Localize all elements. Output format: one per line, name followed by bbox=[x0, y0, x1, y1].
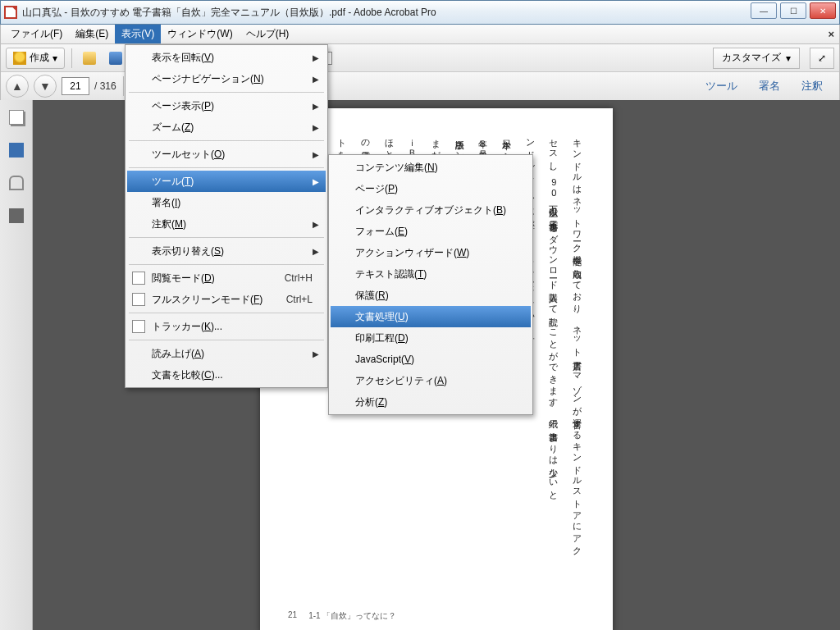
page-footer: 21 1-1 「自炊」ってなに？ bbox=[288, 610, 396, 622]
panel-comment[interactable]: 注釈 bbox=[797, 75, 828, 97]
bookmarks-icon[interactable] bbox=[9, 143, 24, 158]
close-button[interactable]: ✕ bbox=[810, 2, 836, 19]
menu-item[interactable]: ページ表示(P)▶ bbox=[127, 95, 326, 116]
full-icon bbox=[132, 293, 145, 306]
menu-item-label: 読み上げ(A) bbox=[152, 347, 204, 361]
menu-item[interactable]: 表示を回転(V)▶ bbox=[127, 47, 326, 68]
menu-item[interactable]: 読み上げ(A)▶ bbox=[127, 343, 326, 364]
menu-item-label: 表示切り替え(S) bbox=[152, 244, 224, 258]
menu-item[interactable]: トラッカー(K)... bbox=[127, 316, 326, 337]
text-column: セスし、90万点以上の電子書籍をダウンロード購入して読むことができます。紙の書籍… bbox=[546, 133, 562, 592]
tools-submenu-dropdown: コンテンツ編集(N)ページ(P)インタラクティブオブジェクト(B)フォーム(E)… bbox=[328, 154, 533, 415]
submenu-item-label: 文書処理(U) bbox=[355, 310, 409, 324]
panel-sign[interactable]: 署名 bbox=[754, 75, 785, 97]
create-icon bbox=[13, 52, 26, 65]
submenu-item[interactable]: コンテンツ編集(N) bbox=[331, 157, 531, 178]
submenu-arrow-icon: ▶ bbox=[313, 349, 319, 358]
dropdown-arrow-icon: ▾ bbox=[786, 52, 791, 64]
expand-button[interactable]: ⤢ bbox=[810, 48, 834, 69]
submenu-item[interactable]: 文書処理(U) bbox=[331, 306, 531, 327]
navigation-rail bbox=[0, 100, 33, 630]
text-column: キンドルはネットワーク機能を内蔵しており、ネット書店アマゾンが運営するキンドルス… bbox=[569, 133, 585, 592]
menu-item-label: ズーム(Z) bbox=[152, 121, 194, 135]
submenu-item[interactable]: 分析(Z) bbox=[331, 391, 531, 413]
submenu-item-label: フォーム(E) bbox=[355, 225, 408, 239]
tracker-icon bbox=[132, 320, 145, 333]
submenu-item[interactable]: ページ(P) bbox=[331, 178, 531, 199]
submenu-item[interactable]: アクションウィザード(W) bbox=[331, 242, 531, 263]
submenu-item-label: 印刷工程(D) bbox=[355, 331, 409, 345]
window-title: 山口真弘 - 目炊のすすめ 電子書籍「自炊」完全マニュアル（目炊版）.pdf -… bbox=[22, 6, 436, 20]
menu-item-label: フルスクリーンモード(F) bbox=[152, 293, 262, 307]
menu-item-label: 文書を比較(C)... bbox=[152, 368, 223, 382]
attachments-icon[interactable] bbox=[9, 176, 24, 190]
submenu-item-label: インタラクティブオブジェクト(B) bbox=[355, 203, 506, 217]
submenu-item[interactable]: インタラクティブオブジェクト(B) bbox=[331, 199, 531, 221]
menu-item-label: 注釈(M) bbox=[152, 217, 186, 231]
menu-item[interactable]: ズーム(Z)▶ bbox=[127, 116, 326, 138]
submenu-item[interactable]: JavaScript(V) bbox=[331, 349, 531, 370]
menu-item[interactable]: ツールセット(O)▶ bbox=[127, 144, 326, 165]
panel-tools[interactable]: ツール bbox=[701, 75, 742, 97]
submenu-item-label: 分析(Z) bbox=[355, 395, 387, 409]
menu-item[interactable]: 閲覧モード(D)Ctrl+H bbox=[127, 267, 326, 289]
menu-item[interactable]: 表示切り替え(S)▶ bbox=[127, 240, 326, 262]
page-up-button[interactable]: ▲ bbox=[6, 75, 29, 98]
customize-button[interactable]: カスタマイズ ▾ bbox=[713, 48, 800, 69]
create-button[interactable]: 作成 ▾ bbox=[6, 48, 65, 69]
menu-item[interactable]: 注釈(M)▶ bbox=[127, 213, 326, 235]
signatures-icon[interactable] bbox=[9, 208, 24, 223]
expand-icon: ⤢ bbox=[818, 52, 826, 64]
save-icon bbox=[109, 52, 122, 65]
submenu-item-label: JavaScript(V) bbox=[355, 354, 414, 365]
page-footer-number: 21 bbox=[288, 610, 297, 622]
toolbar-separator bbox=[123, 76, 124, 96]
menu-item-label: ツール(T) bbox=[152, 175, 194, 189]
submenu-arrow-icon: ▶ bbox=[313, 177, 319, 186]
submenu-arrow-icon: ▶ bbox=[313, 123, 319, 132]
menu-item[interactable]: 署名(I) bbox=[127, 192, 326, 213]
page-number-input[interactable] bbox=[62, 77, 89, 95]
submenu-arrow-icon: ▶ bbox=[313, 102, 319, 111]
app-icon bbox=[4, 6, 17, 19]
submenu-item[interactable]: フォーム(E) bbox=[331, 221, 531, 242]
menu-item[interactable]: ページナビゲーション(N)▶ bbox=[127, 68, 326, 89]
menu-edit[interactable]: 編集(E) bbox=[69, 25, 115, 43]
submenu-arrow-icon: ▶ bbox=[313, 247, 319, 256]
menu-separator bbox=[129, 264, 324, 265]
menu-item-label: ページナビゲーション(N) bbox=[152, 72, 264, 86]
page-total-label: / 316 bbox=[94, 80, 116, 92]
menu-item-label: 表示を回転(V) bbox=[152, 51, 214, 65]
view-menu-dropdown: 表示を回転(V)▶ページナビゲーション(N)▶ページ表示(P)▶ズーム(Z)▶ツ… bbox=[125, 44, 328, 388]
thumbnails-icon[interactable] bbox=[9, 110, 24, 125]
menu-item-label: トラッカー(K)... bbox=[152, 320, 222, 334]
submenu-item[interactable]: アクセシビリティ(A) bbox=[331, 370, 531, 391]
menu-shortcut: Ctrl+H bbox=[285, 272, 313, 284]
menu-item[interactable]: ツール(T)▶ bbox=[127, 171, 326, 192]
submenu-item[interactable]: テキスト認識(T) bbox=[331, 263, 531, 285]
window-titlebar: 山口真弘 - 目炊のすすめ 電子書籍「自炊」完全マニュアル（目炊版）.pdf -… bbox=[0, 0, 840, 25]
open-button[interactable] bbox=[79, 48, 100, 69]
page-down-button[interactable]: ▼ bbox=[34, 75, 57, 98]
submenu-arrow-icon: ▶ bbox=[313, 75, 319, 84]
submenu-item[interactable]: 保護(R) bbox=[331, 285, 531, 306]
submenu-item-label: テキスト認識(T) bbox=[355, 267, 427, 281]
menu-item-label: ツールセット(O) bbox=[152, 148, 225, 162]
menubar-close-icon[interactable]: × bbox=[828, 28, 834, 40]
create-label: 作成 bbox=[30, 51, 49, 65]
menu-item[interactable]: 文書を比較(C)... bbox=[127, 364, 326, 386]
submenu-item-label: 保護(R) bbox=[355, 289, 389, 303]
dropdown-arrow-icon: ▾ bbox=[52, 52, 57, 64]
minimize-button[interactable]: — bbox=[751, 2, 777, 19]
toolbar-separator bbox=[71, 48, 72, 68]
submenu-item[interactable]: 印刷工程(D) bbox=[331, 327, 531, 349]
menu-file[interactable]: ファイル(F) bbox=[4, 25, 69, 43]
menu-separator bbox=[129, 92, 324, 93]
menu-window[interactable]: ウィンドウ(W) bbox=[161, 25, 239, 43]
menu-item[interactable]: フルスクリーンモード(F)Ctrl+L bbox=[127, 289, 326, 310]
maximize-button[interactable]: ☐ bbox=[780, 2, 806, 19]
menu-help[interactable]: ヘルプ(H) bbox=[240, 25, 296, 43]
submenu-item-label: アクセシビリティ(A) bbox=[355, 374, 447, 388]
save-button[interactable] bbox=[105, 48, 126, 69]
menu-view[interactable]: 表示(V) bbox=[115, 25, 161, 43]
